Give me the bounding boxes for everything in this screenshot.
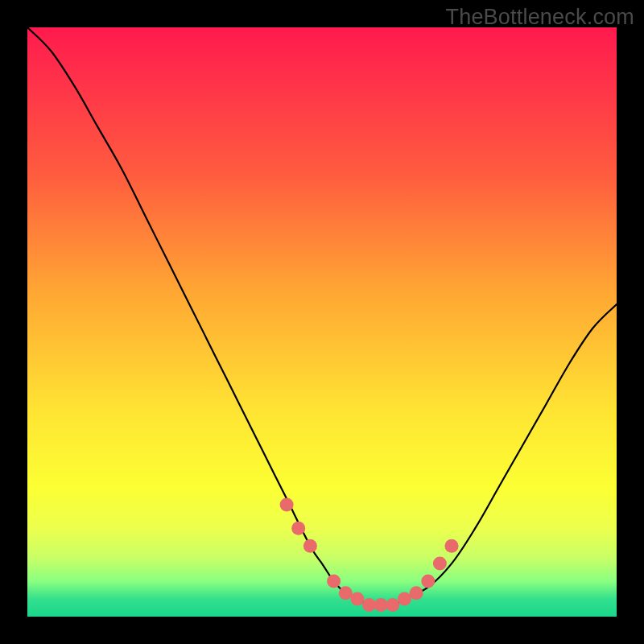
- optimal-dot: [362, 598, 376, 612]
- optimal-dot: [398, 592, 411, 606]
- optimal-dot: [350, 592, 364, 606]
- bottleneck-curve: [27, 27, 617, 605]
- optimal-dot: [280, 497, 294, 511]
- optimal-dot: [421, 575, 435, 588]
- optimal-dots-group: [280, 497, 459, 612]
- optimal-dot: [303, 539, 317, 553]
- optimal-dot: [339, 586, 353, 600]
- optimal-dot: [291, 522, 305, 535]
- plot-area: [27, 27, 617, 617]
- optimal-dot: [410, 586, 423, 600]
- optimal-dot: [386, 598, 399, 612]
- chart-frame: TheBottleneck.com: [0, 0, 644, 644]
- optimal-dot: [445, 539, 459, 553]
- curve-overlay: [27, 27, 617, 617]
- optimal-dot: [374, 598, 388, 612]
- watermark-text: TheBottleneck.com: [445, 5, 634, 30]
- optimal-dot: [433, 557, 447, 571]
- optimal-dot: [327, 575, 341, 588]
